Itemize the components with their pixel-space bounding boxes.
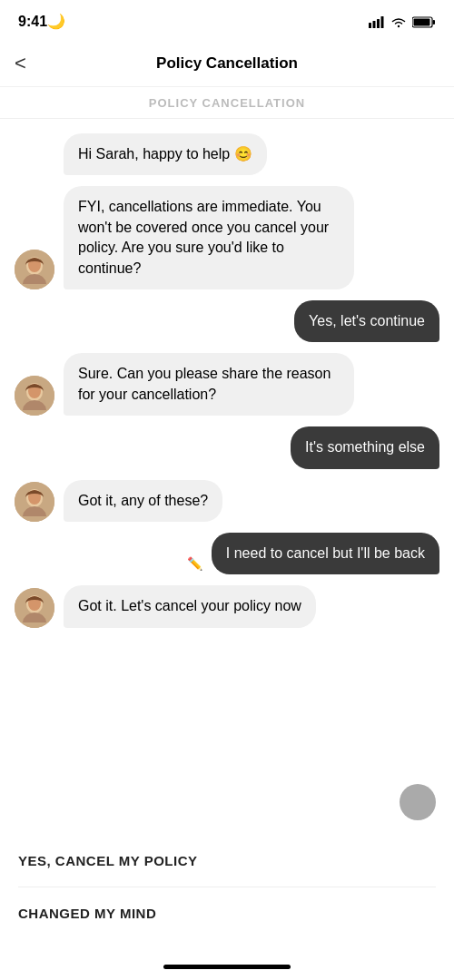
user-bubble: Yes, let's continue — [294, 300, 439, 342]
status-time: 9:41 — [18, 14, 47, 30]
svg-point-4 — [398, 24, 400, 26]
message-text: Sure. Can you please share the reason fo… — [78, 366, 331, 401]
message-text: FYI, cancellations are immediate. You wo… — [78, 199, 329, 275]
svg-rect-7 — [414, 18, 430, 25]
message-row: Hi Sarah, happy to help 😊 — [15, 133, 439, 175]
wifi-icon — [390, 16, 407, 28]
circle-indicator — [400, 784, 436, 820]
status-moon-icon: 🌙 — [47, 13, 65, 30]
message-row: FYI, cancellations are immediate. You wo… — [15, 186, 439, 289]
banner-text: POLICY CANCELLATION — [149, 96, 305, 110]
message-row: ✏️ I need to cancel but I'll be back — [15, 533, 439, 574]
nav-bar: < Policy Cancellation — [0, 40, 454, 87]
home-indicator — [0, 957, 454, 980]
agent-avatar — [15, 588, 54, 628]
edit-icon-wrap[interactable]: ✏️ — [187, 556, 202, 574]
agent-avatar — [15, 250, 54, 289]
user-bubble: It's something else — [291, 426, 439, 468]
nav-title: Policy Cancellation — [156, 54, 298, 73]
changed-mind-button[interactable]: CHANGED MY MIND — [18, 887, 436, 939]
message-row: Got it, any of these? — [15, 480, 439, 522]
message-text: Got it. Let's cancel your policy now — [78, 598, 301, 613]
bottom-area: YES, CANCEL MY POLICY CHANGED MY MIND — [0, 784, 454, 957]
home-bar — [163, 965, 291, 969]
message-row: Yes, let's continue — [15, 300, 439, 342]
agent-bubble: Got it. Let's cancel your policy now — [64, 585, 316, 627]
agent-bubble: Sure. Can you please share the reason fo… — [64, 353, 354, 416]
back-button[interactable]: < — [15, 52, 26, 75]
svg-rect-3 — [381, 16, 384, 28]
chat-area: Hi Sarah, happy to help 😊 FYI, cancellat… — [0, 119, 454, 784]
edit-icon[interactable]: ✏️ — [187, 556, 202, 571]
status-bar: 9:41 🌙 — [0, 0, 454, 40]
svg-rect-2 — [377, 19, 380, 28]
status-icons — [369, 16, 436, 28]
message-row: Got it. Let's cancel your policy now — [15, 585, 439, 627]
user-bubble: I need to cancel but I'll be back — [212, 533, 439, 574]
banner-scroll: POLICY CANCELLATION — [0, 87, 454, 119]
message-text: Yes, let's continue — [309, 313, 425, 328]
battery-icon — [412, 16, 436, 28]
message-text: Hi Sarah, happy to help 😊 — [78, 146, 252, 162]
agent-bubble: FYI, cancellations are immediate. You wo… — [64, 186, 354, 289]
agent-avatar — [15, 482, 54, 522]
agent-bubble: Got it, any of these? — [64, 480, 222, 522]
svg-rect-6 — [433, 20, 436, 24]
message-text: Got it, any of these? — [78, 493, 208, 508]
agent-bubble: Hi Sarah, happy to help 😊 — [64, 133, 267, 175]
svg-rect-1 — [373, 21, 376, 28]
signal-icon — [369, 16, 385, 28]
message-row: Sure. Can you please share the reason fo… — [15, 353, 439, 416]
message-row: It's something else — [15, 426, 439, 468]
message-text: I need to cancel but I'll be back — [226, 545, 425, 561]
message-text: It's something else — [305, 439, 425, 455]
yes-cancel-button[interactable]: YES, CANCEL MY POLICY — [18, 835, 436, 887]
svg-rect-0 — [369, 23, 371, 28]
agent-avatar — [15, 376, 54, 416]
